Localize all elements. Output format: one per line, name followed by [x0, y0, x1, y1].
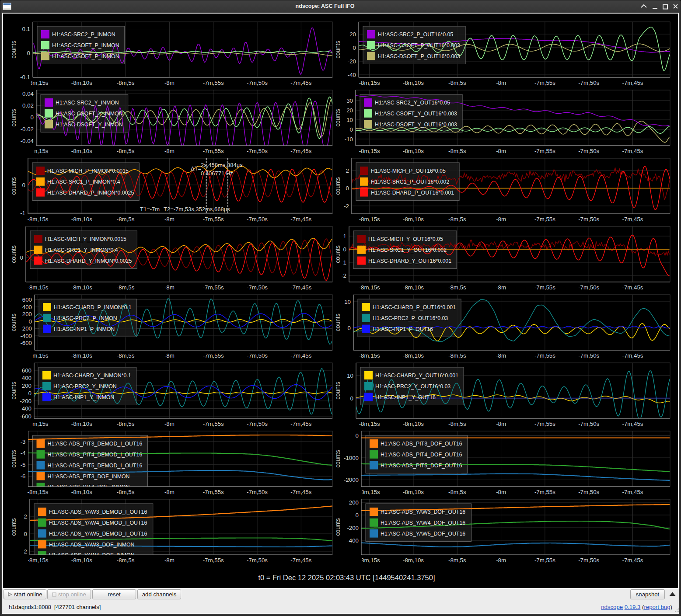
svg-text:counts: counts [335, 518, 341, 536]
svg-text:-8m,5s: -8m,5s [448, 557, 466, 564]
svg-text:H1:ASC-ADS_YAW3_DOF_OUT16: H1:ASC-ADS_YAW3_DOF_OUT16 [381, 509, 465, 515]
svg-text:-200: -200 [347, 525, 359, 531]
svg-text:200: 200 [349, 499, 359, 506]
svg-text:-8m,10s: -8m,10s [403, 557, 424, 564]
svg-text:-7m,50s: -7m,50s [578, 557, 599, 564]
svg-text:-8m,15s: -8m,15s [359, 557, 380, 564]
svg-text:H1:ASC-ADS_YAW4_DOF_OUT16: H1:ASC-ADS_YAW4_DOF_OUT16 [381, 520, 465, 526]
svg-text:-8m: -8m [496, 557, 506, 564]
svg-text:-7m,45s: -7m,45s [622, 557, 643, 564]
svg-text:-400: -400 [347, 537, 359, 544]
svg-text:0: 0 [356, 512, 359, 519]
svg-text:-7m,55s: -7m,55s [534, 557, 555, 564]
svg-text:H1:ASC-ADS_YAW5_DOF_OUT16: H1:ASC-ADS_YAW5_DOF_OUT16 [381, 531, 465, 537]
